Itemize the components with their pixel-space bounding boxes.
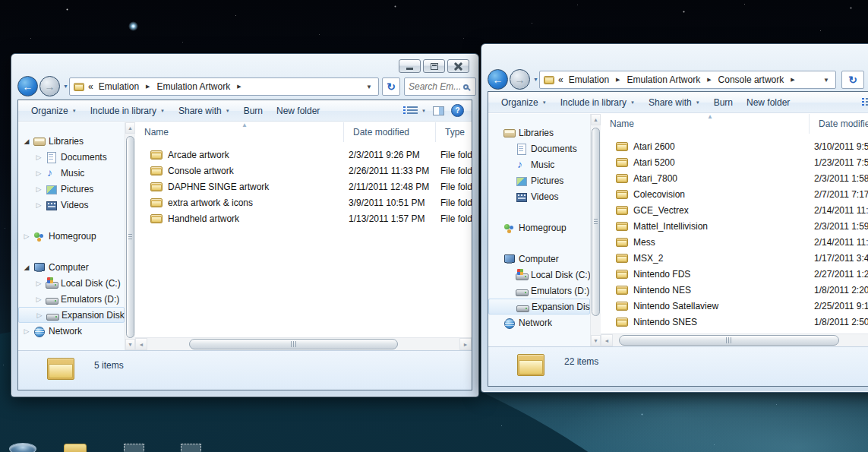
address-bar[interactable]: « Emulation Emulation Artwork bbox=[69, 77, 379, 96]
file-row-mess[interactable]: Mess 2/14/2011 11:5 bbox=[601, 234, 868, 250]
refresh-button[interactable] bbox=[841, 71, 864, 89]
address-bar[interactable]: « Emulation Emulation Artwork Console ar… bbox=[539, 71, 836, 89]
sidebar-item-libraries[interactable]: Libraries bbox=[488, 125, 590, 141]
breadcrumb-emulation[interactable]: Emulation bbox=[97, 80, 140, 93]
horizontal-scrollbar[interactable] bbox=[135, 337, 472, 350]
preview-pane-button[interactable] bbox=[433, 106, 444, 115]
expand-icon[interactable] bbox=[36, 311, 43, 319]
expand-icon[interactable] bbox=[505, 271, 513, 279]
horizontal-scrollbar[interactable] bbox=[601, 333, 868, 346]
sidebar-item-pictures[interactable]: Pictures bbox=[488, 172, 590, 188]
recent-pages-dropdown-icon[interactable] bbox=[533, 77, 538, 82]
expand-icon[interactable] bbox=[23, 327, 30, 335]
sidebar-item-homegroup[interactable]: Homegroup bbox=[488, 220, 590, 235]
sidebar-item-network[interactable]: Network bbox=[488, 315, 590, 330]
expand-icon[interactable] bbox=[35, 280, 43, 287]
scroll-down-button[interactable] bbox=[591, 335, 601, 346]
expand-icon[interactable] bbox=[506, 303, 513, 311]
sidebar-item-emulators-d[interactable]: Emulators (D:) bbox=[488, 283, 590, 299]
collapse-icon[interactable] bbox=[23, 137, 30, 145]
breadcrumb-separator-icon[interactable] bbox=[789, 77, 796, 83]
navigation-pane-scrollbar[interactable] bbox=[125, 122, 135, 350]
desktop-icon[interactable] bbox=[124, 444, 144, 452]
search-box[interactable]: Search Em... bbox=[404, 77, 476, 96]
file-row-atari-7800[interactable]: Atari_7800 2/3/2011 1:58 bbox=[601, 170, 868, 186]
include-in-library-menu[interactable]: Include in library bbox=[554, 94, 642, 111]
new-folder-button[interactable]: New folder bbox=[740, 94, 797, 111]
address-dropdown-icon[interactable] bbox=[823, 77, 832, 84]
share-with-menu[interactable]: Share with bbox=[642, 94, 707, 111]
file-row-nintendo-nes[interactable]: Nintendo NES 1/8/2011 2:20 bbox=[601, 282, 868, 298]
breadcrumb-emulation-artwork[interactable]: Emulation Artwork bbox=[155, 80, 232, 93]
back-button[interactable] bbox=[17, 76, 38, 96]
expand-icon[interactable] bbox=[35, 153, 43, 161]
sidebar-item-expansion-disk[interactable]: Expansion Disk bbox=[18, 307, 125, 323]
expand-icon[interactable] bbox=[35, 185, 43, 193]
forward-button[interactable] bbox=[510, 69, 530, 90]
sidebar-item-emulators-d[interactable]: Emulators (D:) bbox=[18, 291, 125, 307]
scrollbar-thumb[interactable] bbox=[189, 339, 398, 349]
sidebar-item-computer[interactable]: Computer bbox=[488, 251, 590, 267]
breadcrumb-separator-icon[interactable] bbox=[144, 84, 151, 90]
file-row-handheld-artwork[interactable]: Handheld artwork 1/13/2011 1:57 PM File … bbox=[135, 210, 472, 226]
scroll-left-button[interactable] bbox=[601, 334, 613, 346]
refresh-button[interactable] bbox=[382, 77, 400, 96]
address-dropdown-icon[interactable] bbox=[366, 84, 374, 90]
file-row-gce-vectrex[interactable]: GCE_Vectrex 2/14/2011 11:5 bbox=[601, 202, 868, 218]
expand-icon[interactable] bbox=[23, 232, 30, 240]
file-row-atari-5200[interactable]: Atari 5200 1/23/2011 7:5 bbox=[601, 154, 868, 170]
scrollbar-thumb[interactable] bbox=[619, 335, 839, 346]
expand-icon[interactable] bbox=[505, 161, 513, 169]
close-button[interactable] bbox=[447, 59, 469, 73]
scrollbar-thumb[interactable] bbox=[126, 136, 134, 338]
sidebar-item-libraries[interactable]: Libraries bbox=[18, 133, 125, 149]
desktop-icon[interactable] bbox=[181, 444, 201, 452]
file-row-extra-artwork-icons[interactable]: extra artwork & icons 3/9/2011 10:51 PM … bbox=[135, 194, 472, 210]
breadcrumb-overflow[interactable]: « bbox=[88, 81, 93, 92]
expand-icon[interactable] bbox=[505, 177, 513, 185]
file-row-arcade-artwork[interactable]: Arcade artwork 2/3/2011 9:26 PM File fol… bbox=[135, 147, 472, 163]
sidebar-item-documents[interactable]: Documents bbox=[18, 149, 125, 165]
recycle-bin-icon[interactable] bbox=[9, 443, 36, 452]
file-row-nintendo-snes[interactable]: Nintendo SNES 1/8/2011 2:50 bbox=[601, 314, 868, 330]
breadcrumb-emulation[interactable]: Emulation bbox=[567, 73, 611, 87]
minimize-button[interactable] bbox=[399, 59, 421, 73]
desktop-folder-icon[interactable] bbox=[64, 444, 87, 452]
sidebar-item-network[interactable]: Network bbox=[18, 323, 125, 339]
scroll-right-button[interactable] bbox=[459, 338, 472, 350]
file-row-nintendo-fds[interactable]: Nintendo FDS 2/27/2011 1:28 bbox=[601, 266, 868, 282]
share-with-menu[interactable]: Share with bbox=[172, 103, 237, 119]
file-row-colecovision[interactable]: Colecovision 2/7/2011 7:17 bbox=[601, 186, 868, 202]
sidebar-item-homegroup[interactable]: Homegroup bbox=[18, 228, 125, 244]
file-row-daphne-singe-artwork[interactable]: DAPHNE SINGE artwork 2/11/2011 12:48 PM … bbox=[135, 179, 472, 194]
organize-menu[interactable]: Organize bbox=[494, 94, 554, 111]
scroll-down-button[interactable] bbox=[125, 339, 135, 350]
collapse-icon[interactable] bbox=[493, 129, 500, 137]
column-header-type[interactable]: Type bbox=[436, 122, 472, 142]
back-button[interactable] bbox=[488, 69, 508, 90]
column-header-name[interactable]: Name bbox=[135, 122, 344, 142]
expand-icon[interactable] bbox=[505, 287, 513, 295]
sidebar-item-local-disk-c[interactable]: Local Disk (C:) bbox=[18, 275, 125, 291]
expand-icon[interactable] bbox=[493, 319, 500, 327]
scroll-left-button[interactable] bbox=[135, 338, 147, 350]
scroll-up-button[interactable] bbox=[125, 122, 135, 134]
expand-icon[interactable] bbox=[35, 201, 43, 209]
collapse-icon[interactable] bbox=[493, 255, 500, 263]
include-in-library-menu[interactable]: Include in library bbox=[84, 103, 172, 119]
expand-icon[interactable] bbox=[35, 296, 43, 303]
file-row-atari-2600[interactable]: Atari 2600 3/10/2011 9:5 bbox=[601, 138, 868, 154]
change-view-button[interactable] bbox=[407, 106, 426, 115]
sidebar-item-computer[interactable]: Computer bbox=[18, 259, 125, 275]
expand-icon[interactable] bbox=[35, 169, 43, 177]
file-row-mattel-intellivision[interactable]: Mattel_Intellivision 2/3/2011 1:59 bbox=[601, 218, 868, 234]
sidebar-item-documents[interactable]: Documents bbox=[488, 141, 590, 156]
navigation-pane-scrollbar[interactable] bbox=[590, 114, 601, 346]
recent-pages-dropdown-icon[interactable] bbox=[63, 84, 68, 89]
breadcrumb-console-artwork[interactable]: Console artwork bbox=[717, 73, 786, 87]
burn-button[interactable]: Burn bbox=[707, 94, 740, 111]
sidebar-item-videos[interactable]: Videos bbox=[488, 188, 590, 204]
organize-menu[interactable]: Organize bbox=[24, 103, 84, 119]
sidebar-item-expansion-disk[interactable]: Expansion Disk bbox=[488, 299, 590, 315]
sidebar-item-music[interactable]: Music bbox=[18, 165, 125, 181]
